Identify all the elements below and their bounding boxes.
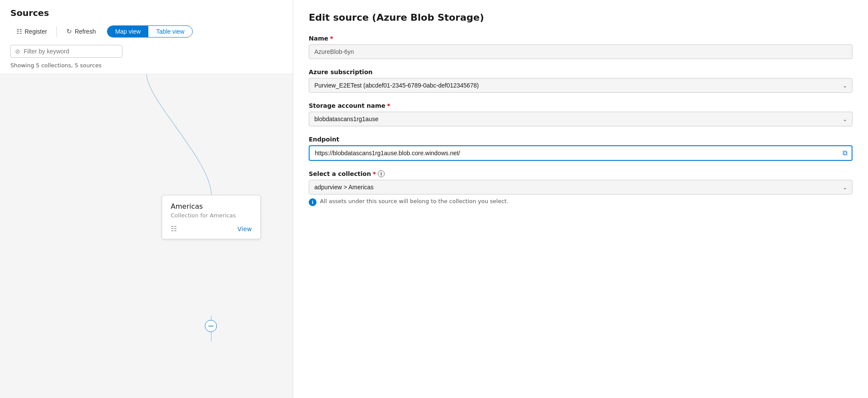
refresh-button[interactable]: ↻ Refresh bbox=[60, 25, 102, 38]
azure-sub-group: Azure subscription Purview_E2ETest (abcd… bbox=[309, 69, 852, 93]
copy-endpoint-button[interactable]: ⧉ bbox=[842, 148, 848, 158]
filter-bar: ⊘ bbox=[0, 45, 293, 58]
endpoint-input[interactable] bbox=[309, 145, 852, 161]
endpoint-wrap: ⧉ bbox=[309, 145, 852, 161]
storage-select-wrap: blobdatascans1rg1ause ⌄ bbox=[309, 112, 852, 126]
table-view-button[interactable]: Table view bbox=[148, 26, 192, 37]
collection-group: Select a collection * i adpurview > Amer… bbox=[309, 170, 852, 206]
storage-label: Storage account name * bbox=[309, 102, 852, 109]
info-circle-icon: i bbox=[309, 198, 316, 206]
toolbar: ☷ Register ↻ Refresh Map view Table view bbox=[10, 25, 282, 38]
filter-input[interactable] bbox=[24, 48, 118, 55]
name-field-group: Name * bbox=[309, 35, 852, 59]
card-subtitle: Collection for Americas bbox=[171, 212, 252, 219]
map-area: Americas Collection for Americas ☷ View … bbox=[0, 74, 293, 398]
card-view-link[interactable]: View bbox=[238, 226, 252, 232]
name-label: Name * bbox=[309, 35, 852, 42]
filter-icon: ⊘ bbox=[15, 48, 20, 55]
refresh-icon: ↻ bbox=[66, 28, 72, 35]
collection-select-wrap: adpurview > Americas ⌄ bbox=[309, 180, 852, 194]
refresh-label: Refresh bbox=[75, 28, 96, 35]
minus-icon: − bbox=[207, 322, 214, 330]
page-title: Sources bbox=[10, 8, 282, 18]
toolbar-divider bbox=[56, 26, 57, 37]
collection-info-message: i All assets under this source will belo… bbox=[309, 198, 852, 206]
collection-card: Americas Collection for Americas ☷ View bbox=[162, 195, 261, 239]
card-grid-icon: ☷ bbox=[171, 225, 177, 233]
collection-select[interactable]: adpurview > Americas bbox=[309, 180, 852, 194]
view-toggle: Map view Table view bbox=[107, 25, 193, 38]
endpoint-label: Endpoint bbox=[309, 136, 852, 143]
right-title: Edit source (Azure Blob Storage) bbox=[309, 12, 852, 23]
endpoint-group: Endpoint ⧉ bbox=[309, 136, 852, 161]
name-required: * bbox=[330, 35, 333, 42]
register-button[interactable]: ☷ Register bbox=[10, 25, 53, 38]
collection-required: * bbox=[373, 170, 376, 177]
zoom-out-button[interactable]: − bbox=[205, 320, 217, 332]
left-header: Sources ☷ Register ↻ Refresh Map view Ta… bbox=[0, 0, 293, 45]
storage-select[interactable]: blobdatascans1rg1ause bbox=[309, 112, 852, 126]
storage-group: Storage account name * blobdatascans1rg1… bbox=[309, 102, 852, 126]
left-panel: Sources ☷ Register ↻ Refresh Map view Ta… bbox=[0, 0, 293, 398]
azure-sub-select-wrap: Purview_E2ETest (abcdef01-2345-6789-0abc… bbox=[309, 78, 852, 93]
copy-icon: ⧉ bbox=[843, 149, 847, 157]
collection-info-text: All assets under this source will belong… bbox=[320, 198, 508, 204]
filter-input-wrap[interactable]: ⊘ bbox=[10, 45, 122, 58]
card-title: Americas bbox=[171, 202, 252, 210]
right-panel: Edit source (Azure Blob Storage) Name * … bbox=[293, 0, 868, 398]
card-footer: ☷ View bbox=[171, 225, 252, 233]
storage-required: * bbox=[387, 102, 390, 109]
name-input[interactable] bbox=[309, 44, 852, 59]
collection-label: Select a collection * i bbox=[309, 170, 852, 177]
register-icon: ☷ bbox=[16, 28, 22, 35]
collection-info-icon: i bbox=[378, 170, 385, 177]
showing-text: Showing 5 collections, 5 sources bbox=[0, 62, 293, 69]
register-label: Register bbox=[25, 28, 47, 35]
map-view-button[interactable]: Map view bbox=[107, 26, 148, 37]
azure-sub-select[interactable]: Purview_E2ETest (abcdef01-2345-6789-0abc… bbox=[309, 78, 852, 93]
azure-sub-label: Azure subscription bbox=[309, 69, 852, 75]
